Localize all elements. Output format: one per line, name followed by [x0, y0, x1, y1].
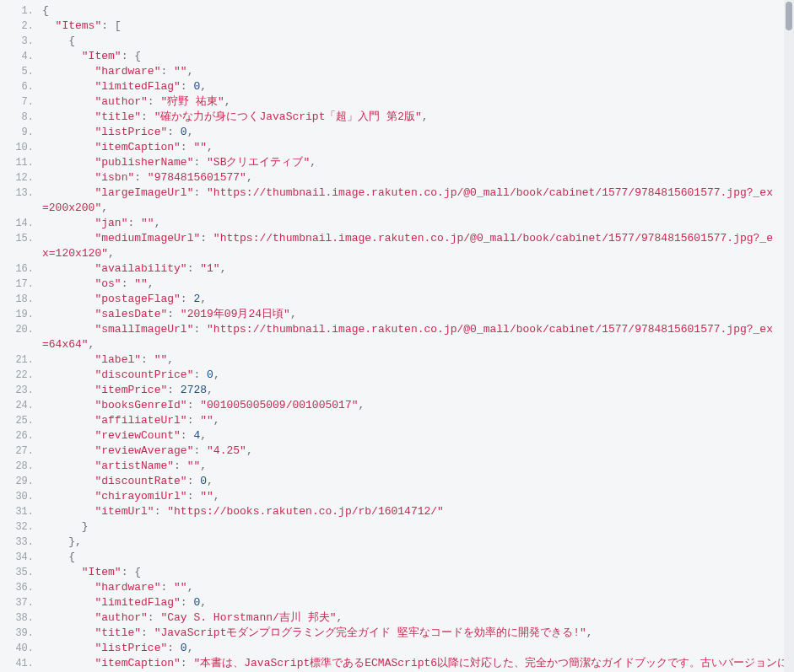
json-punct — [42, 277, 95, 290]
json-punct — [42, 657, 95, 669]
json-key: "isbn" — [95, 171, 134, 184]
json-punct — [42, 581, 95, 594]
json-punct: : — [187, 475, 201, 487]
json-key: "Item" — [82, 50, 122, 62]
json-key: "reviewCount" — [95, 429, 180, 442]
json-punct — [42, 308, 95, 320]
json-string: "" — [193, 141, 207, 153]
code-line: "discountPrice": 0, — [42, 368, 789, 383]
json-punct: , — [200, 460, 207, 472]
code-line: "listPrice": 0, — [42, 125, 789, 140]
scrollbar-track[interactable] — [784, 0, 794, 672]
json-punct: , — [167, 353, 174, 366]
line-number: 2. — [0, 19, 34, 34]
json-key: "Items" — [56, 19, 102, 32]
code-line: "availability": "1", — [42, 261, 789, 277]
code-line: "author": "Cay S. Horstmann/吉川 邦夫", — [42, 610, 789, 626]
json-punct: , — [200, 429, 207, 442]
json-punct — [42, 65, 95, 78]
code-line: "affiliateUrl": "", — [42, 413, 789, 428]
json-punct — [42, 80, 95, 93]
json-punct — [42, 642, 95, 654]
code-line: "itemCaption": "本書は、JavaScript標準であるECMAS… — [42, 656, 789, 671]
json-key: "chirayomiUrl" — [95, 490, 186, 503]
line-number: 30. — [0, 489, 34, 504]
code-line: "Item": { — [42, 565, 789, 580]
json-punct — [42, 323, 95, 336]
line-number: 37. — [0, 595, 34, 610]
json-punct — [42, 368, 95, 381]
json-punct: }, — [42, 535, 82, 548]
line-number: 23. — [0, 383, 34, 398]
json-key: "os" — [95, 277, 121, 290]
json-key: "itemCaption" — [95, 141, 180, 153]
line-number: 25. — [0, 413, 34, 428]
json-punct: : — [181, 293, 194, 305]
json-punct: : — [193, 323, 207, 336]
line-number: 20. — [0, 322, 34, 337]
code-line: "itemUrl": "https://books.rakuten.co.jp/… — [42, 504, 789, 519]
json-punct — [42, 141, 95, 153]
code-line: "os": "", — [42, 277, 789, 292]
line-number: 3. — [0, 34, 34, 49]
json-string: "SBクリエイティブ" — [207, 156, 310, 169]
json-string: "本書は、JavaScript標準であるECMAScript6以降に対応した、完… — [193, 657, 794, 669]
json-string: "4.25" — [207, 444, 246, 457]
json-punct — [42, 262, 95, 275]
json-punct: : — [193, 368, 207, 381]
json-string: "" — [187, 460, 201, 472]
json-punct: , — [220, 262, 227, 275]
json-punct: , — [187, 126, 194, 138]
line-number: 9. — [0, 125, 34, 140]
json-punct: , — [200, 293, 207, 305]
json-key: "salesDate" — [95, 308, 167, 320]
code-area[interactable]: { "Items": [ { "Item": { "hardware": "",… — [39, 0, 794, 672]
json-punct — [42, 126, 95, 138]
json-string: x=120x120" — [42, 247, 108, 260]
json-punct: : — [127, 217, 141, 229]
json-string: "https://books.rakuten.co.jp/rb/16014712… — [167, 505, 444, 518]
json-key: "author" — [95, 95, 147, 108]
json-punct: : — [167, 308, 181, 320]
line-number: 15. — [0, 231, 34, 246]
json-punct: , — [422, 110, 429, 123]
json-punct — [42, 293, 95, 305]
json-punct: , — [207, 384, 213, 396]
code-line: =200x200", — [42, 201, 789, 216]
json-punct: , — [200, 80, 207, 93]
json-key: "discountRate" — [95, 475, 186, 487]
json-punct — [42, 566, 82, 578]
json-punct — [42, 217, 95, 229]
scrollbar-thumb[interactable] — [786, 2, 792, 30]
json-punct — [42, 353, 95, 366]
line-number: 33. — [0, 535, 34, 550]
json-string: "" — [134, 277, 148, 290]
code-line: "Item": { — [42, 49, 789, 64]
code-line: { — [42, 3, 789, 19]
json-string: "狩野 祐東" — [160, 95, 224, 108]
code-line: "discountRate": 0, — [42, 474, 789, 489]
json-key: "availability" — [95, 262, 186, 275]
line-number: 28. — [0, 459, 34, 474]
json-punct — [42, 186, 95, 199]
line-number: 8. — [0, 110, 34, 125]
json-punct — [42, 384, 95, 396]
json-punct: , — [207, 141, 213, 153]
json-key: "limitedFlag" — [95, 596, 180, 609]
line-number: 12. — [0, 170, 34, 185]
json-punct: : — [141, 110, 154, 123]
json-punct — [42, 232, 95, 245]
json-number: 0 — [181, 126, 187, 138]
json-string: "https://thumbnail.image.rakuten.co.jp/@… — [207, 323, 773, 336]
json-string: "9784815601577" — [148, 171, 246, 184]
line-number: 16. — [0, 261, 34, 277]
json-string: "1" — [200, 262, 219, 275]
json-number: 0 — [200, 475, 207, 487]
line-number: 19. — [0, 307, 34, 322]
line-number: 27. — [0, 444, 34, 459]
json-punct — [42, 156, 95, 169]
line-number: 26. — [0, 428, 34, 444]
json-key: "hardware" — [95, 581, 160, 594]
line-number: 1. — [0, 3, 34, 19]
code-line: "title": "JavaScriptモダンプログラミング完全ガイド 堅牢なコ… — [42, 626, 789, 641]
